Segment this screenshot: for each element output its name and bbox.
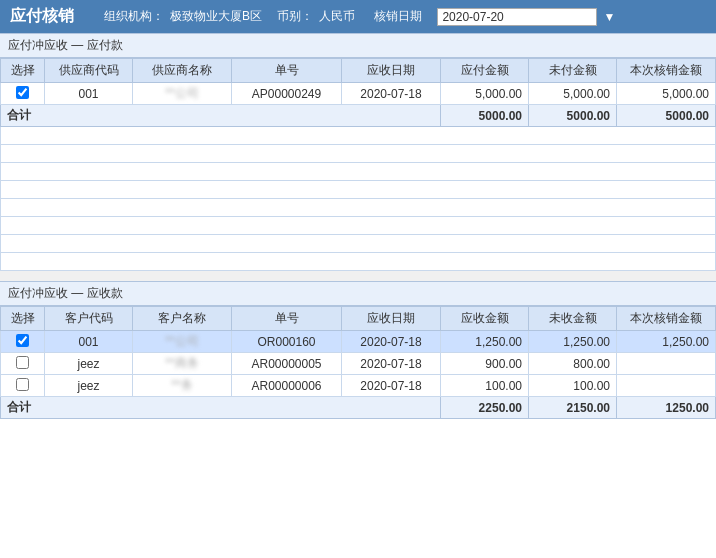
uncollected-cell: 100.00	[529, 375, 617, 397]
table-row: jeez **商务 AR00000005 2020-07-18 900.00 8…	[1, 353, 716, 375]
date-cell-2: 2020-07-18	[342, 353, 441, 375]
col-customer-code: 客户代码	[45, 307, 133, 331]
col-date-1: 应收日期	[342, 59, 441, 83]
row-checkbox-s2-2[interactable]	[1, 375, 45, 397]
supplier-code-cell: 001	[45, 83, 133, 105]
row-checkbox-s2-0[interactable]	[1, 331, 45, 353]
empty-row	[1, 235, 716, 253]
uncollected-cell: 800.00	[529, 353, 617, 375]
order-no-cell-2: AR00000006	[232, 375, 342, 397]
total-label: 合计	[1, 105, 441, 127]
customer-code-cell: jeez	[45, 375, 133, 397]
total-this-amount-2: 1250.00	[617, 397, 716, 419]
total-amount: 5000.00	[441, 105, 529, 127]
col-amount-2: 应收金额	[441, 307, 529, 331]
order-no-cell: AP00000249	[232, 83, 342, 105]
empty-row	[1, 145, 716, 163]
this-amount-cell-2: 1,250.00	[617, 331, 716, 353]
total-label-2: 合计	[1, 397, 441, 419]
currency-value: 人民币	[319, 8, 355, 25]
row-checkbox-s1-0[interactable]	[1, 83, 45, 105]
total-row-2: 合计 2250.00 2150.00 1250.00	[1, 397, 716, 419]
col-customer-name: 客户名称	[133, 307, 232, 331]
col-this-amount-2: 本次核销金额	[617, 307, 716, 331]
section1-table: 选择 供应商代码 供应商名称 单号 应收日期 应付金额 未付金额 本次核销金额 …	[0, 58, 716, 271]
main-container: 应付核销 组织机构： 极致物业大厦B区 币别： 人民币 核销日期 ▼ 应付冲应收…	[0, 0, 716, 558]
date-label: 核销日期	[374, 8, 422, 25]
dropdown-icon[interactable]: ▼	[603, 10, 615, 24]
col-select-2: 选择	[1, 307, 45, 331]
empty-row	[1, 253, 716, 271]
col-supplier-name: 供应商名称	[133, 59, 232, 83]
page-title: 应付核销	[10, 6, 74, 27]
total-this-amount: 5000.00	[617, 105, 716, 127]
this-amount-cell-2	[617, 353, 716, 375]
table-row: 001 **公司 OR000160 2020-07-18 1,250.00 1,…	[1, 331, 716, 353]
col-order-no-2: 单号	[232, 307, 342, 331]
col-date-2: 应收日期	[342, 307, 441, 331]
customer-name-cell: **商务	[133, 353, 232, 375]
amount-cell-2: 900.00	[441, 353, 529, 375]
empty-row	[1, 181, 716, 199]
header-info: 组织机构： 极致物业大厦B区 币别： 人民币 核销日期 ▼	[104, 8, 615, 26]
this-amount-cell: 5,000.00	[617, 83, 716, 105]
date-cell-2: 2020-07-18	[342, 331, 441, 353]
empty-row	[1, 217, 716, 235]
order-no-cell-2: AR00000005	[232, 353, 342, 375]
uncollected-cell: 1,250.00	[529, 331, 617, 353]
row-checkbox-s2-1[interactable]	[1, 353, 45, 375]
section-gap-1	[0, 271, 716, 281]
total-unpaid: 5000.00	[529, 105, 617, 127]
table-row: 001 **公司 AP00000249 2020-07-18 5,000.00 …	[1, 83, 716, 105]
section1-header-row: 选择 供应商代码 供应商名称 单号 应收日期 应付金额 未付金额 本次核销金额	[1, 59, 716, 83]
section2: 应付冲应收 — 应收款 选择 客户代码 客户名称 单号 应收日期 应收金额 未收…	[0, 281, 716, 419]
section1: 应付冲应收 — 应付款 选择 供应商代码 供应商名称 单号 应收日期 应付金额 …	[0, 33, 716, 271]
amount-cell-2: 1,250.00	[441, 331, 529, 353]
empty-row	[1, 163, 716, 181]
date-cell-2: 2020-07-18	[342, 375, 441, 397]
col-select-1: 选择	[1, 59, 45, 83]
amount-cell: 5,000.00	[441, 83, 529, 105]
total-amount-2: 2250.00	[441, 397, 529, 419]
empty-row	[1, 127, 716, 145]
currency-label: 币别：	[277, 8, 313, 25]
this-amount-cell-2	[617, 375, 716, 397]
date-input[interactable]	[437, 8, 597, 26]
order-no-cell-2: OR000160	[232, 331, 342, 353]
table-row: jeez **务 AR00000006 2020-07-18 100.00 10…	[1, 375, 716, 397]
section2-title: 应付冲应收 — 应收款	[0, 281, 716, 306]
customer-name-cell: **公司	[133, 331, 232, 353]
col-supplier-code: 供应商代码	[45, 59, 133, 83]
customer-code-cell: 001	[45, 331, 133, 353]
col-order-no-1: 单号	[232, 59, 342, 83]
customer-code-cell: jeez	[45, 353, 133, 375]
header: 应付核销 组织机构： 极致物业大厦B区 币别： 人民币 核销日期 ▼	[0, 0, 716, 33]
date-cell: 2020-07-18	[342, 83, 441, 105]
total-uncollected: 2150.00	[529, 397, 617, 419]
section2-table: 选择 客户代码 客户名称 单号 应收日期 应收金额 未收金额 本次核销金额 00…	[0, 306, 716, 419]
empty-row	[1, 199, 716, 217]
supplier-name-cell: **公司	[133, 83, 232, 105]
amount-cell-2: 100.00	[441, 375, 529, 397]
total-row: 合计 5000.00 5000.00 5000.00	[1, 105, 716, 127]
section1-title: 应付冲应收 — 应付款	[0, 33, 716, 58]
col-amount-1: 应付金额	[441, 59, 529, 83]
unpaid-cell: 5,000.00	[529, 83, 617, 105]
customer-name-cell: **务	[133, 375, 232, 397]
col-unpaid: 未付金额	[529, 59, 617, 83]
col-uncollected: 未收金额	[529, 307, 617, 331]
section2-header-row: 选择 客户代码 客户名称 单号 应收日期 应收金额 未收金额 本次核销金额	[1, 307, 716, 331]
org-value: 极致物业大厦B区	[170, 8, 262, 25]
org-label: 组织机构：	[104, 8, 164, 25]
col-this-amount-1: 本次核销金额	[617, 59, 716, 83]
